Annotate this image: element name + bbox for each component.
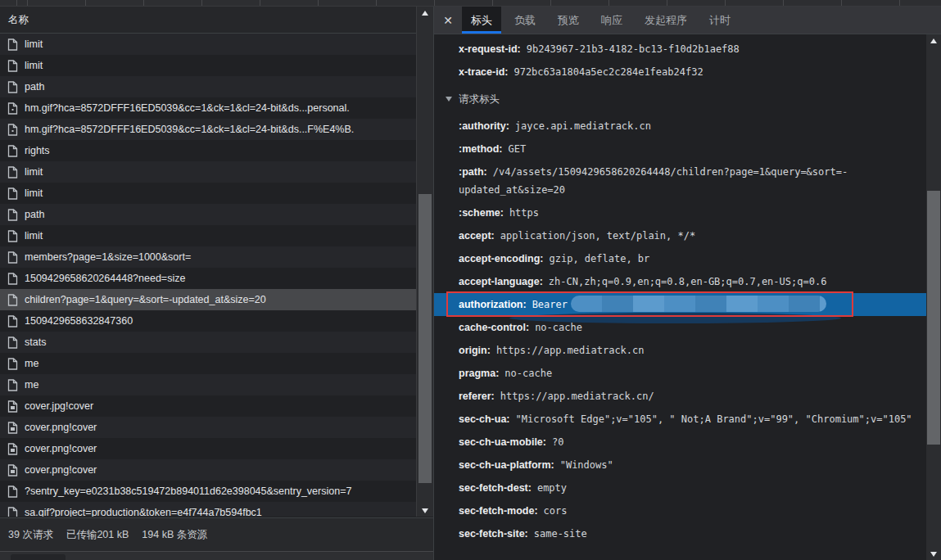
- header-row: sec-ch-ua-mobile:?0: [434, 431, 926, 454]
- request-row[interactable]: limit: [0, 55, 416, 76]
- tab-3[interactable]: 响应: [592, 7, 631, 34]
- header-name: referer:: [459, 391, 495, 402]
- arrow-down-icon: [422, 508, 428, 513]
- scroll-down-button[interactable]: [417, 504, 433, 517]
- header-name: accept:: [459, 230, 495, 242]
- header-row: :method:GET: [434, 138, 926, 160]
- request-row[interactable]: 1509429658620264448?need=size: [0, 268, 416, 289]
- file-icon: [7, 251, 18, 264]
- request-row[interactable]: limit: [0, 161, 416, 183]
- request-row[interactable]: cover.png!cover: [0, 438, 416, 459]
- request-name: members?page=1&size=1000&sort=: [25, 251, 191, 263]
- file-icon: [7, 464, 18, 476]
- request-row[interactable]: hm.gif?hca=8572DFFF16ED5039&cc=1&ck=1&cl…: [0, 119, 416, 140]
- request-row[interactable]: limit: [0, 34, 416, 55]
- file-icon: [7, 187, 18, 200]
- request-row[interactable]: hm.gif?hca=8572DFFF16ED5039&cc=1&ck=1&cl…: [0, 97, 416, 119]
- headers-pane: x-request-id:9b243967-21b3-4182-bc13-f10…: [434, 34, 926, 560]
- request-row[interactable]: sa.gif?project=production&token=e4f744a7…: [0, 502, 416, 517]
- header-value: 9b243967-21b3-4182-bc13-f10d2b1aef88: [527, 43, 740, 55]
- request-name: limit: [25, 60, 43, 71]
- transferred-size: 已传输201 kB: [66, 529, 129, 540]
- header-name: sec-ch-ua-mobile:: [459, 436, 546, 448]
- tab-strip: 标头 负载 预览 响应 发起程序 计时: [462, 7, 744, 34]
- tab-0[interactable]: 标头: [462, 7, 501, 34]
- request-row[interactable]: stats: [0, 332, 416, 353]
- file-icon: [7, 294, 18, 306]
- header-value: GET: [508, 143, 526, 155]
- header-row: x-trace-id:972bc63a1804a5ec2c284e1feab24…: [434, 61, 926, 84]
- request-row[interactable]: cover.png!cover: [0, 417, 416, 438]
- request-row[interactable]: path: [0, 76, 416, 97]
- scroll-up-button[interactable]: [417, 7, 433, 19]
- header-row: :scheme:https: [434, 201, 926, 224]
- name-column-header[interactable]: 名称: [0, 7, 433, 34]
- requests-count: 39 次请求: [8, 529, 53, 540]
- request-name: path: [25, 81, 44, 93]
- left-scrollbar[interactable]: [416, 7, 433, 517]
- collapse-triangle-icon: [446, 97, 452, 102]
- scroll-up-button[interactable]: [926, 34, 941, 47]
- blur-smudge: [509, 313, 841, 323]
- close-icon[interactable]: ✕: [434, 7, 462, 34]
- tab-label: 发起程序: [645, 13, 687, 28]
- tab-5[interactable]: 计时: [700, 7, 740, 34]
- request-row[interactable]: cover.jpg!cover: [0, 395, 416, 417]
- header-value: https://app.mediatrack.cn: [496, 345, 645, 356]
- header-value: same-site: [534, 528, 587, 540]
- network-status-bar: 39 次请求已传输201 kB194 kB 条资源: [0, 517, 433, 552]
- header-row: sec-fetch-mode:cors: [434, 499, 926, 522]
- drawer-tab-stub[interactable]: [11, 554, 66, 560]
- scrollbar-thumb[interactable]: [418, 194, 432, 483]
- file-icon: [7, 38, 18, 51]
- request-row[interactable]: path: [0, 204, 416, 225]
- tab-4[interactable]: 发起程序: [636, 7, 696, 34]
- request-row[interactable]: rights: [0, 140, 416, 161]
- request-row[interactable]: limit: [0, 225, 416, 246]
- request-row[interactable]: ?sentry_key=e0231b38c519472b894011d62e39…: [0, 481, 416, 502]
- request-row[interactable]: me: [0, 374, 416, 395]
- file-icon: [7, 145, 18, 157]
- header-name: :method:: [459, 143, 502, 155]
- request-name: sa.gif?project=production&token=e4f744a7…: [25, 507, 262, 517]
- tab-2[interactable]: 预览: [549, 7, 588, 34]
- request-row[interactable]: cover.png!cover: [0, 459, 416, 481]
- header-name: sec-ch-ua-platform:: [459, 459, 554, 471]
- request-row[interactable]: children?page=1&query=&sort=-updated_at&…: [0, 289, 416, 310]
- scroll-down-button[interactable]: [926, 548, 941, 560]
- file-icon: [7, 60, 18, 72]
- scrollbar-thumb[interactable]: [927, 191, 940, 445]
- request-name: limit: [25, 38, 43, 50]
- request-row[interactable]: 1509429658632847360: [0, 310, 416, 332]
- request-name: rights: [25, 145, 50, 156]
- header-value: https: [509, 207, 539, 219]
- header-value: no-cache: [535, 322, 582, 333]
- request-row[interactable]: limit: [0, 183, 416, 204]
- header-value: "Microsoft Edge";v="105", " Not;A Brand"…: [516, 413, 912, 425]
- header-value: jayce.api.mediatrack.cn: [515, 120, 651, 132]
- header-row: :authority:jayce.api.mediatrack.cn: [434, 115, 926, 138]
- header-value: https://app.mediatrack.cn/: [500, 391, 654, 402]
- request-row[interactable]: me: [0, 353, 416, 374]
- header-name: sec-ch-ua:: [459, 413, 510, 425]
- header-row: origin:https://app.mediatrack.cn: [434, 339, 926, 362]
- request-name: ?sentry_key=e0231b38c519472b894011d62e39…: [25, 485, 351, 497]
- arrow-up-icon: [930, 38, 937, 43]
- header-value: /v4/assets/1509429658620264448/children?…: [459, 166, 848, 196]
- header-value: "Windows": [560, 459, 613, 471]
- header-name: sec-fetch-mode:: [459, 505, 538, 517]
- request-name: stats: [25, 336, 46, 348]
- request-name: limit: [25, 187, 43, 199]
- resources-size: 194 kB 条资源: [142, 529, 207, 540]
- request-name: cover.png!cover: [25, 422, 97, 433]
- request-headers-section-title[interactable]: 请求标头: [434, 88, 926, 111]
- request-name: children?page=1&query=&sort=-updated_at&…: [25, 294, 266, 305]
- header-name: accept-language:: [459, 276, 543, 287]
- request-row[interactable]: members?page=1&size=1000&sort=: [0, 246, 416, 268]
- right-scrollbar[interactable]: [926, 34, 941, 560]
- tab-1[interactable]: 负载: [505, 7, 545, 34]
- request-name: path: [25, 209, 44, 220]
- header-name: origin:: [459, 345, 491, 356]
- request-list-panel: 名称 limit limit path: [0, 7, 434, 560]
- header-name: authorization:: [459, 299, 527, 310]
